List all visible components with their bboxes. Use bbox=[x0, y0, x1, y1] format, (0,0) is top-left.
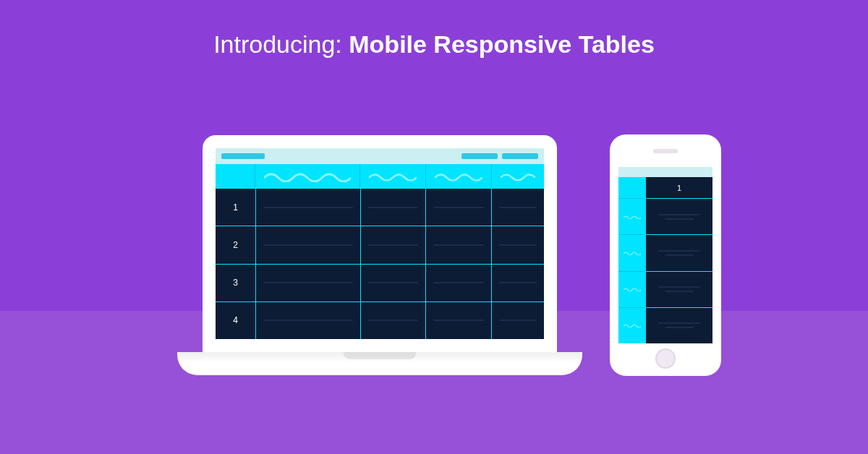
cell-placeholder-line bbox=[665, 218, 694, 220]
cell-placeholder-line bbox=[499, 282, 537, 283]
laptop-table-header bbox=[216, 164, 544, 189]
row-number: 1 bbox=[216, 189, 255, 226]
topbar-segment bbox=[502, 153, 538, 159]
topbar-segment bbox=[221, 153, 265, 159]
phone-sidebar-cell bbox=[618, 199, 646, 235]
topbar-right-group bbox=[461, 153, 538, 159]
cell-placeholder-line bbox=[499, 207, 537, 208]
phone-data-column: 1 bbox=[646, 177, 712, 343]
laptop-device: 1 2 3 4 bbox=[203, 135, 582, 375]
cell-placeholder-line bbox=[665, 254, 694, 256]
phone-cell bbox=[646, 199, 712, 235]
header-col bbox=[426, 164, 492, 189]
phone-sidebar bbox=[618, 177, 646, 343]
cell-placeholder-line bbox=[665, 327, 694, 328]
table-cell bbox=[361, 302, 426, 339]
row-number: 4 bbox=[216, 302, 255, 339]
page-title: Introducing: Mobile Responsive Tables bbox=[0, 30, 868, 59]
cell-placeholder-line bbox=[368, 244, 419, 246]
squiggle-icon bbox=[624, 215, 641, 219]
title-main: Mobile Responsive Tables bbox=[349, 30, 655, 58]
cell-placeholder-line bbox=[368, 207, 419, 208]
data-columns bbox=[255, 189, 544, 339]
title-prefix: Introducing: bbox=[213, 30, 349, 58]
phone-screen: 1 bbox=[618, 167, 712, 343]
table-cell bbox=[426, 226, 491, 264]
cell-placeholder-line bbox=[658, 322, 700, 324]
phone-home-button bbox=[655, 348, 676, 369]
phone-column-header: 1 bbox=[646, 177, 712, 199]
data-column bbox=[360, 189, 426, 339]
phone-cell bbox=[646, 235, 712, 271]
data-column bbox=[491, 189, 544, 339]
phone-device: 1 bbox=[610, 134, 721, 376]
data-column bbox=[425, 189, 491, 339]
header-rownum-cell bbox=[216, 164, 255, 189]
squiggle-icon bbox=[624, 323, 641, 327]
phone-sidebar-cell bbox=[618, 235, 646, 271]
cell-placeholder-line bbox=[658, 286, 700, 288]
header-col bbox=[492, 164, 544, 189]
cell-placeholder-line bbox=[433, 320, 484, 321]
phone-topbar bbox=[618, 167, 712, 177]
squiggle-icon bbox=[624, 251, 641, 255]
phone-cell bbox=[646, 272, 712, 308]
table-cell bbox=[492, 302, 544, 339]
row-number: 3 bbox=[216, 265, 255, 302]
squiggle-icon bbox=[624, 287, 641, 291]
table-cell bbox=[492, 226, 544, 264]
header-col bbox=[360, 164, 426, 189]
table-cell bbox=[426, 302, 491, 339]
table-cell bbox=[492, 265, 544, 302]
cell-placeholder-line bbox=[433, 207, 484, 208]
laptop-topbar bbox=[216, 148, 544, 164]
row-number: 2 bbox=[216, 226, 255, 264]
table-cell bbox=[256, 302, 360, 339]
squiggle-icon bbox=[369, 171, 417, 181]
laptop-table-body: 1 2 3 4 bbox=[216, 189, 544, 339]
data-column bbox=[255, 189, 360, 339]
cell-placeholder-line bbox=[665, 291, 694, 292]
cell-placeholder-line bbox=[499, 320, 537, 321]
phone-speaker bbox=[653, 149, 678, 153]
table-cell bbox=[426, 189, 491, 226]
squiggle-icon bbox=[264, 171, 351, 182]
table-cell bbox=[361, 265, 426, 302]
topbar-segment bbox=[461, 153, 498, 159]
laptop-screen: 1 2 3 4 bbox=[216, 148, 544, 339]
table-cell bbox=[361, 189, 426, 226]
phone-sidebar-cell bbox=[618, 272, 646, 308]
cell-placeholder-line bbox=[263, 207, 353, 208]
cell-placeholder-line bbox=[263, 282, 353, 283]
laptop-frame: 1 2 3 4 bbox=[203, 135, 557, 352]
laptop-base bbox=[177, 352, 582, 375]
table-cell bbox=[256, 189, 360, 226]
table-cell bbox=[492, 189, 544, 226]
phone-table: 1 bbox=[618, 177, 712, 343]
squiggle-icon bbox=[501, 172, 535, 181]
cell-placeholder-line bbox=[499, 244, 537, 246]
table-cell bbox=[361, 226, 426, 264]
cell-placeholder-line bbox=[263, 320, 353, 321]
cell-placeholder-line bbox=[368, 320, 419, 321]
phone-sidebar-cell bbox=[618, 308, 646, 343]
header-col bbox=[255, 164, 360, 189]
cell-placeholder-line bbox=[368, 282, 419, 283]
table-cell bbox=[256, 265, 360, 302]
cell-placeholder-line bbox=[433, 244, 484, 246]
phone-cell bbox=[646, 308, 712, 343]
cell-placeholder-line bbox=[658, 214, 700, 215]
cell-placeholder-line bbox=[658, 250, 700, 252]
row-number-column: 1 2 3 4 bbox=[216, 189, 255, 339]
cell-placeholder-line bbox=[263, 244, 353, 246]
table-cell bbox=[426, 265, 491, 302]
phone-sidebar-head bbox=[618, 177, 646, 199]
cell-placeholder-line bbox=[433, 282, 484, 283]
table-cell bbox=[256, 226, 360, 264]
squiggle-icon bbox=[435, 171, 482, 181]
